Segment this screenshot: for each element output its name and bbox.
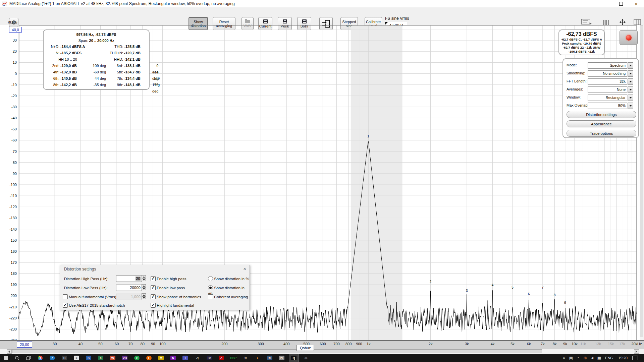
scroll-left-arrow[interactable]	[7, 349, 12, 354]
vertical-scrollbar[interactable]	[640, 25, 644, 340]
taskbar-app-notepad[interactable]: ≡	[71, 354, 82, 362]
low-pass-spinner[interactable]	[142, 284, 146, 291]
taskbar: eC≡SXWVBeFMNT◁BrADSP↻●REPLQ▭ ∧▤◔⊕◄▦ ENG …	[0, 354, 644, 362]
vertical-scroll-thumb[interactable]	[640, 25, 643, 337]
tray-icon-3[interactable]: ⊕	[582, 356, 589, 360]
taskbar-app-vb[interactable]: VB	[120, 354, 130, 362]
taskbar-app-rew[interactable]: RE	[265, 354, 275, 362]
setting-dropdown-value[interactable]: 32k	[588, 78, 627, 85]
taskbar-app-save-tool[interactable]: S	[84, 354, 94, 362]
taskbar-app-writer[interactable]: W	[108, 354, 118, 362]
enable-high-pass-checkbox[interactable]: Enable high pass	[151, 276, 186, 283]
scroll-right-arrow[interactable]	[634, 349, 639, 354]
y-axis-max-field[interactable]: 40,0	[9, 27, 22, 33]
task-view-button[interactable]	[23, 354, 34, 362]
x-tick-label: 20kHz	[631, 342, 642, 346]
y-tick-label: -180	[1, 272, 17, 276]
taskbar-app-qobuz[interactable]: Q	[289, 354, 299, 362]
appearance-button[interactable]: Appearance	[567, 120, 636, 127]
high-pass-spinner[interactable]	[142, 275, 146, 282]
taskbar-app-chrome[interactable]	[35, 354, 45, 362]
taskbar-app-app-dark[interactable]: C	[59, 354, 69, 362]
checkbox-icon[interactable]	[63, 303, 68, 308]
dropdown-arrow-icon[interactable]	[628, 62, 633, 69]
taskbar-app-speaker[interactable]: ◁	[192, 354, 202, 362]
taskbar-app-orange-app[interactable]: ●	[253, 354, 263, 362]
language-indicator[interactable]: ENG	[603, 356, 615, 360]
taskbar-app-onenote[interactable]: N	[168, 354, 178, 362]
show-distortion-db-radio[interactable]: Show distortion in dB	[208, 285, 250, 292]
setting-dropdown-value[interactable]: Rectangular	[588, 95, 627, 101]
coherent-averaging-checkbox[interactable]: Coherent averaging	[208, 294, 248, 301]
setting-row-window: Window:Rectangular	[563, 94, 638, 102]
taskbar-app-e-green[interactable]: e	[132, 354, 142, 362]
horizontal-scrollbar[interactable]	[0, 349, 644, 354]
setting-dropdown-value[interactable]: 50%	[588, 103, 627, 109]
show-desktop-button[interactable]	[642, 354, 644, 362]
show-distortion-pct-radio[interactable]: Show distortion in %	[208, 276, 249, 283]
taskbar-app-teams[interactable]: T	[180, 354, 190, 362]
dropdown-arrow-icon[interactable]	[628, 95, 633, 101]
taskbar-app-bridge[interactable]: Br	[204, 354, 214, 362]
checkbox-icon[interactable]	[151, 285, 156, 290]
notification-center-icon[interactable]	[632, 356, 638, 360]
tray-icon-4[interactable]: ◄	[589, 356, 596, 360]
taskbar-app-excel[interactable]: X	[96, 354, 106, 362]
dropdown-arrow-icon[interactable]	[628, 103, 633, 109]
setting-dropdown-value[interactable]: None	[588, 86, 627, 93]
setting-dropdown-value[interactable]: Spectrum	[588, 62, 627, 69]
x-tick-label: 200	[221, 342, 227, 346]
x-tick-label: 10k	[572, 342, 578, 346]
y-tick-label: -230	[1, 327, 17, 331]
update-icon: ↻	[243, 356, 248, 360]
high-pass-input[interactable]: 20	[116, 276, 142, 282]
start-button[interactable]	[0, 354, 11, 362]
level-main-readout: -62,73 dBFS	[559, 31, 604, 38]
taskbar-app-pl[interactable]: PL	[277, 354, 287, 362]
setting-label: Max Overlap:	[567, 103, 588, 107]
taskbar-app-dsp[interactable]: DSP	[228, 354, 238, 362]
enable-low-pass-checkbox[interactable]: Enable low pass	[151, 285, 185, 292]
y-tick-label: -100	[1, 183, 17, 187]
checkbox-icon[interactable]	[151, 294, 156, 299]
show-phase-checkbox[interactable]: Show phase of harmonics	[151, 294, 201, 301]
dialog-close-icon[interactable]: ×	[243, 266, 246, 272]
radio-icon[interactable]	[208, 276, 213, 281]
distortion-settings-dialog: Distortion settings × Distortion High Pa…	[60, 265, 250, 310]
distortion-settings-button[interactable]: Distortion settings	[567, 111, 636, 118]
taskbar-app-adobe[interactable]: A	[216, 354, 226, 362]
checkbox-icon[interactable]	[63, 294, 68, 299]
manual-fundamental-checkbox[interactable]: Manual fundamental (Vrms)	[63, 294, 116, 301]
radio-icon[interactable]	[208, 285, 213, 290]
highlight-fundamental-checkbox[interactable]: Highlight fundamental	[151, 302, 194, 309]
tray-icon-0[interactable]: ∧	[560, 356, 568, 360]
horizontal-scroll-thumb[interactable]	[12, 349, 542, 353]
taskbar-app-display[interactable]: ▭	[301, 354, 311, 362]
taskbar-app-firefox[interactable]: F	[144, 354, 154, 362]
taskbar-app-update[interactable]: ↻	[240, 354, 251, 362]
x-tick-label: 80	[141, 342, 145, 346]
tray-icon-1[interactable]: ▤	[568, 356, 575, 360]
checkbox-icon[interactable]	[208, 294, 213, 299]
trace-options-button[interactable]: Trace options	[567, 130, 636, 137]
x-tick-label: 17k	[619, 342, 625, 346]
aes17-notch-checkbox[interactable]: Use AES17-2015 standard notch	[63, 302, 125, 309]
tray-icon-5[interactable]: ▦	[596, 356, 603, 360]
dropdown-arrow-icon[interactable]	[628, 70, 633, 77]
x-tick-label: 4k	[491, 342, 495, 346]
taskbar-search-button[interactable]	[11, 354, 23, 362]
y-tick-label: -220	[1, 316, 17, 320]
low-pass-input[interactable]: 20000	[116, 285, 142, 291]
taskbar-clock[interactable]: 15:20	[615, 356, 630, 360]
tray-icon-2[interactable]: ◔	[575, 356, 582, 360]
dropdown-arrow-icon[interactable]	[628, 86, 633, 93]
checkbox-icon[interactable]	[151, 303, 156, 308]
checkbox-icon[interactable]	[151, 276, 156, 281]
dropdown-arrow-icon[interactable]	[628, 78, 633, 85]
taskbar-app-media[interactable]: M	[156, 354, 166, 362]
x-axis-min-field[interactable]: 20,00	[17, 342, 32, 348]
setting-dropdown-value[interactable]: No smoothing	[588, 70, 627, 77]
record-button[interactable]	[620, 30, 638, 45]
setting-row-maxoverlap: Max Overlap:50%	[563, 102, 638, 110]
taskbar-app-edge[interactable]: e	[47, 354, 57, 362]
